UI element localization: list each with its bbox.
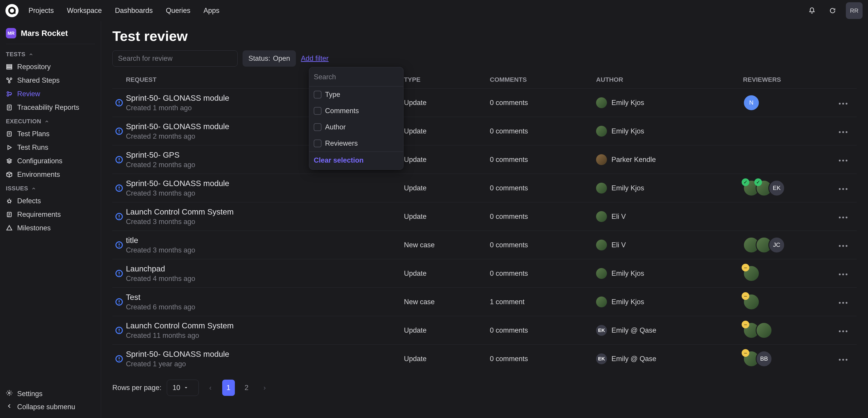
filter-option-author[interactable]: Author [309, 119, 403, 135]
reviewer-chip[interactable]: N [743, 94, 760, 111]
pager-prev[interactable]: ‹ [204, 380, 217, 396]
sidebar-item-review[interactable]: Review [0, 87, 101, 101]
row-actions-button[interactable] [838, 184, 848, 192]
sidebar-item-label: Environments [17, 171, 60, 179]
sidebar-item-milestones[interactable]: Milestones [0, 221, 101, 235]
nav-dashboards[interactable]: Dashboards [115, 6, 153, 15]
row-actions-button[interactable] [838, 326, 848, 335]
row-actions-button[interactable] [838, 355, 848, 363]
clear-selection[interactable]: Clear selection [309, 152, 403, 169]
row-type: Update [404, 269, 490, 278]
sidebar-item-test-runs[interactable]: Test Runs [0, 141, 101, 154]
reviewer-avatar[interactable]: – [743, 293, 760, 310]
svg-rect-37 [119, 189, 120, 190]
reviewer-avatar[interactable]: – [743, 265, 760, 282]
row-actions-button[interactable] [838, 99, 848, 107]
col-comments[interactable]: COMMENTS [490, 76, 596, 83]
sidebar-item-configurations[interactable]: Configurations [0, 154, 101, 168]
reviewer-avatar[interactable] [756, 322, 772, 339]
sidebar-item-settings[interactable]: Settings [6, 389, 95, 398]
nav-apps[interactable]: Apps [204, 6, 219, 15]
sidebar-item-repository[interactable]: Repository [0, 60, 101, 74]
svg-point-39 [842, 188, 844, 190]
status-open-icon [112, 241, 126, 249]
col-author[interactable]: AUTHOR [596, 76, 743, 83]
sidebar-item-traceability[interactable]: Traceability Reports [0, 101, 101, 114]
project-selector[interactable]: MR Mars Rocket [0, 25, 101, 44]
rows-per-page-label: Rows per page: [112, 384, 161, 392]
request-title: Test [126, 293, 404, 302]
search-input[interactable] [112, 50, 238, 67]
table-row[interactable]: Sprint-50- GPS Created 2 months ago Upda… [112, 145, 857, 174]
section-tests[interactable]: TESTS [0, 47, 101, 60]
author-avatar: EK [596, 353, 607, 364]
filter-option-type[interactable]: Type [309, 86, 403, 103]
section-execution[interactable]: EXECUTION [0, 114, 101, 127]
col-reviewers[interactable]: REVIEWERS [743, 76, 830, 83]
svg-rect-66 [119, 328, 120, 331]
table-row[interactable]: Launch Control Comm System Created 11 mo… [112, 316, 857, 344]
filter-option-comments[interactable]: Comments [309, 103, 403, 119]
svg-point-28 [846, 131, 847, 133]
notifications-button[interactable] [805, 4, 819, 18]
table-row[interactable]: Sprint-50- GLONASS module Created 3 mont… [112, 174, 857, 202]
request-title: Launch Control Comm System [126, 321, 404, 330]
section-issues[interactable]: ISSUES [0, 181, 101, 194]
row-actions-button[interactable] [838, 269, 848, 278]
table-row[interactable]: Sprint-50- GLONASS module Created 1 year… [112, 344, 857, 373]
col-type[interactable]: TYPE [404, 76, 490, 83]
divider [6, 44, 95, 44]
rows-per-page-select[interactable]: 10 [167, 380, 198, 396]
request-title: Launchpad [126, 264, 404, 273]
dots-icon [838, 216, 848, 219]
reviewer-chip[interactable]: BB [756, 350, 772, 367]
row-reviewers: – [743, 322, 830, 339]
svg-rect-61 [119, 303, 120, 304]
svg-rect-18 [119, 101, 120, 103]
main-content: Test review Status: Open Add filter Type [101, 21, 868, 418]
row-type: New case [404, 241, 490, 249]
reviewer-chip[interactable]: JC [768, 237, 785, 253]
row-actions-button[interactable] [838, 155, 848, 164]
sidebar-item-defects[interactable]: Defects [0, 194, 101, 208]
svg-point-57 [842, 274, 844, 275]
row-actions-button[interactable] [838, 127, 848, 135]
svg-point-75 [842, 359, 844, 361]
table-row[interactable]: Sprint-50- GLONASS module Created 2 mont… [112, 117, 857, 145]
table-row[interactable]: Launchpad Created 4 months ago Update 0 … [112, 259, 857, 287]
status-filter[interactable]: Status: Open [243, 50, 296, 67]
filter-option-reviewers[interactable]: Reviewers [309, 135, 403, 151]
sidebar-item-test-plans[interactable]: Test Plans [0, 127, 101, 141]
checkbox-icon [314, 140, 321, 147]
table-row[interactable]: Sprint-50- GLONASS module Created 1 mont… [112, 88, 857, 117]
sidebar-item-shared-steps[interactable]: Shared Steps [0, 74, 101, 87]
nav-projects[interactable]: Projects [29, 6, 54, 15]
row-author: EK Emily @ Qase [596, 353, 743, 364]
help-button[interactable] [826, 4, 839, 18]
svg-rect-54 [119, 272, 120, 274]
pager-page-1[interactable]: 1 [222, 380, 235, 396]
row-author: Emily Kjos [596, 183, 743, 194]
user-avatar[interactable]: RR [846, 2, 863, 19]
row-actions-button[interactable] [838, 298, 848, 306]
row-type: Update [404, 326, 490, 335]
sidebar-item-requirements[interactable]: Requirements [0, 208, 101, 221]
row-type: Update [404, 355, 490, 363]
pager-next[interactable]: › [258, 380, 271, 396]
app-logo[interactable] [5, 4, 19, 17]
svg-rect-73 [119, 360, 120, 361]
sidebar-item-environments[interactable]: Environments [0, 168, 101, 181]
table-row[interactable]: Test Created 6 months ago New case 1 com… [112, 287, 857, 316]
nav-workspace[interactable]: Workspace [67, 6, 102, 15]
add-filter-link[interactable]: Add filter [301, 55, 329, 63]
row-actions-button[interactable] [838, 212, 848, 221]
collapse-submenu[interactable]: Collapse submenu [6, 403, 95, 411]
table-row[interactable]: title Created 3 months ago New case 0 co… [112, 231, 857, 259]
popover-search-input[interactable] [314, 71, 399, 83]
filter-option-label: Author [325, 123, 346, 131]
table-row[interactable]: Launch Control Comm System Created 3 mon… [112, 202, 857, 231]
reviewer-chip[interactable]: EK [768, 180, 785, 197]
row-actions-button[interactable] [838, 241, 848, 249]
pager-page-2[interactable]: 2 [240, 380, 253, 396]
nav-queries[interactable]: Queries [166, 6, 191, 15]
